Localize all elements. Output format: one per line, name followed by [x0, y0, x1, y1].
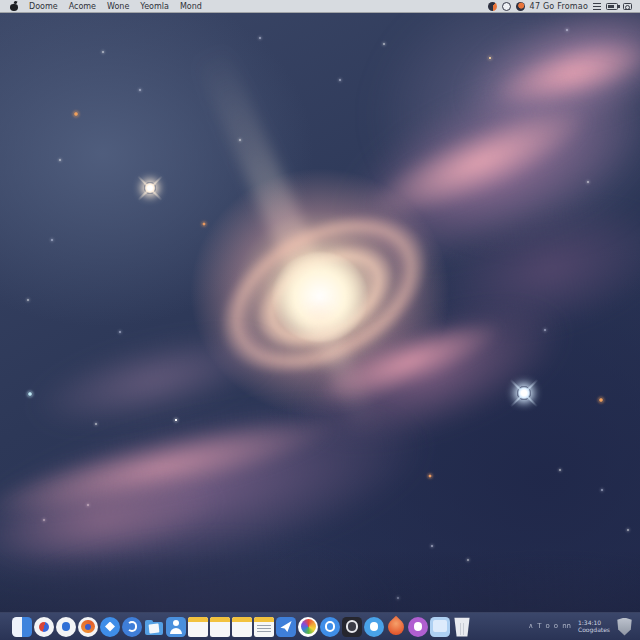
note-text-icon[interactable] — [254, 617, 274, 637]
app-share-icon-glyph — [276, 617, 296, 637]
tray-glyph-0[interactable]: ∧ — [528, 623, 533, 630]
tray-glyph-3[interactable]: o — [554, 623, 558, 630]
window-pane-icon[interactable] — [430, 617, 450, 637]
star — [489, 57, 492, 60]
star — [428, 474, 432, 478]
star — [587, 181, 589, 183]
switcher-icon[interactable] — [623, 3, 632, 10]
app-people-icon-glyph — [166, 617, 186, 637]
trash-icon[interactable] — [452, 617, 472, 637]
desktop-screen: DoomeAcomeWoneYeomlaMond 47 Go Fromao ∧T… — [0, 0, 640, 640]
note-icon[interactable] — [188, 617, 208, 637]
star — [95, 423, 97, 425]
star — [28, 392, 33, 397]
app-ring-icon[interactable] — [320, 617, 340, 637]
folder-docs-icon-glyph — [144, 617, 164, 637]
app-purple-icon[interactable] — [408, 617, 428, 637]
star — [119, 331, 121, 333]
browser-orange-icon-glyph — [78, 617, 98, 637]
app-people-icon[interactable] — [166, 617, 186, 637]
app-blue-swirl-icon[interactable] — [122, 617, 142, 637]
star — [202, 222, 206, 226]
app-red-blue-icon[interactable] — [34, 617, 54, 637]
mail-blue-icon-glyph — [364, 617, 384, 637]
photos-pinwheel-icon[interactable] — [298, 617, 318, 637]
menu-item-4[interactable]: Mond — [180, 2, 202, 11]
dock-tray: ∧Toonn 1:34:10 Coogdates — [528, 618, 634, 636]
dock: ∧Toonn 1:34:10 Coogdates — [0, 612, 640, 640]
apple-logo-icon[interactable] — [10, 1, 18, 11]
star — [102, 51, 104, 53]
tray-glyph-4[interactable]: nn — [562, 623, 571, 630]
app-purple-icon-glyph — [408, 617, 428, 637]
app-red-blue-icon-glyph — [34, 617, 54, 637]
star — [601, 489, 603, 491]
star — [259, 37, 261, 39]
status-text[interactable]: 47 Go Fromao — [530, 2, 588, 11]
star — [431, 545, 433, 547]
menu-item-0[interactable]: Doome — [29, 2, 58, 11]
star — [175, 419, 178, 422]
clock-icon[interactable] — [502, 2, 511, 11]
tray-glyph-2[interactable]: o — [546, 623, 550, 630]
menu-lines-icon[interactable] — [593, 3, 601, 10]
menu-items: DoomeAcomeWoneYeomlaMond — [29, 2, 202, 11]
record-icon[interactable] — [488, 2, 497, 11]
folder-docs-icon[interactable] — [144, 617, 164, 637]
star — [43, 519, 45, 521]
browser-compass-icon[interactable] — [100, 617, 120, 637]
tray-clock-label: Coogdates — [578, 627, 610, 634]
drop-orange-icon[interactable] — [385, 615, 408, 638]
menu-item-3[interactable]: Yeomla — [140, 2, 169, 11]
globe-icon[interactable] — [516, 2, 525, 11]
menu-bar: DoomeAcomeWoneYeomlaMond 47 Go Fromao — [0, 0, 640, 13]
star — [59, 159, 61, 161]
note-icon[interactable] — [232, 617, 252, 637]
app-ring-icon-glyph — [320, 617, 340, 637]
camera-dial-icon[interactable] — [342, 617, 362, 637]
browser-orange-icon[interactable] — [78, 617, 98, 637]
note-text-icon-glyph — [254, 617, 274, 637]
nebula-cloud — [443, 0, 640, 159]
tray-clock[interactable]: 1:34:10 Coogdates — [578, 620, 610, 633]
menu-item-2[interactable]: Wone — [107, 2, 129, 11]
camera-dial-icon-glyph — [342, 617, 362, 637]
star — [27, 299, 29, 301]
browser-compass-icon-glyph — [100, 617, 120, 637]
app-share-icon[interactable] — [276, 617, 296, 637]
menu-item-1[interactable]: Acome — [69, 2, 96, 11]
mail-blue-icon[interactable] — [364, 617, 384, 637]
star — [139, 89, 141, 91]
star — [51, 239, 53, 241]
star-spike — [497, 366, 551, 420]
app-blue-dot-icon-glyph — [56, 617, 76, 637]
note-icon[interactable] — [210, 617, 230, 637]
star — [544, 329, 546, 331]
battery-icon[interactable] — [606, 3, 618, 10]
star — [599, 398, 604, 403]
finder-icon[interactable] — [12, 617, 32, 637]
shield-icon[interactable] — [617, 618, 632, 636]
app-blue-swirl-icon-glyph — [122, 617, 142, 637]
star — [383, 43, 385, 45]
nebula-cloud — [482, 23, 640, 124]
menu-bar-status-area: 47 Go Fromao — [488, 2, 632, 11]
star — [239, 139, 241, 141]
star — [559, 469, 561, 471]
star — [566, 29, 568, 31]
tray-glyph-1[interactable]: T — [537, 623, 541, 630]
tray-glyphs: ∧Toonn — [528, 623, 571, 630]
app-blue-dot-icon[interactable] — [56, 617, 76, 637]
dock-items — [12, 617, 472, 637]
desktop-wallpaper[interactable] — [0, 0, 640, 640]
star — [74, 112, 79, 117]
star — [339, 79, 341, 81]
star — [627, 529, 629, 531]
star — [87, 504, 89, 506]
